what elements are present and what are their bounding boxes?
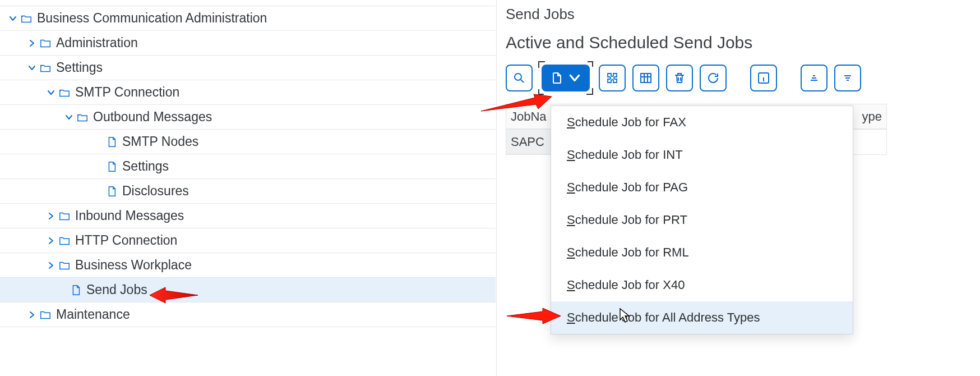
tree-item-label: Settings bbox=[122, 159, 169, 174]
table-header-type[interactable]: ype bbox=[853, 109, 886, 124]
tree-item[interactable]: Inbound Messages bbox=[0, 204, 496, 228]
folder-icon bbox=[57, 259, 72, 272]
folder-open-icon bbox=[75, 111, 90, 123]
tree-item[interactable]: Administration bbox=[0, 31, 496, 56]
chevron-down-icon[interactable] bbox=[26, 63, 38, 72]
delete-button[interactable] bbox=[666, 65, 693, 91]
tree-item-label: HTTP Connection bbox=[75, 233, 177, 248]
sort-asc-button[interactable] bbox=[801, 65, 828, 91]
tree-item-label: Business Workplace bbox=[75, 258, 192, 273]
navigation-tree: Business Communication Administration Ad… bbox=[0, 6, 496, 327]
create-button[interactable] bbox=[542, 65, 590, 91]
tree-item-label: Inbound Messages bbox=[75, 208, 184, 223]
document-icon bbox=[104, 185, 119, 198]
dropdown-item[interactable]: Schedule Job for RML bbox=[551, 236, 853, 269]
table-cell-jobname[interactable]: SAPC bbox=[506, 130, 557, 154]
folder-open-icon bbox=[19, 12, 34, 25]
dropdown-item[interactable]: Schedule Job for X40 bbox=[551, 269, 853, 301]
chevron-right-icon[interactable] bbox=[26, 39, 38, 48]
folder-icon bbox=[38, 309, 53, 321]
chevron-right-icon[interactable] bbox=[45, 261, 57, 270]
sort-desc-button[interactable] bbox=[834, 65, 861, 91]
tree-item[interactable]: Settings bbox=[0, 154, 496, 179]
tree-item[interactable]: Maintenance bbox=[0, 302, 496, 327]
page-title: Send Jobs bbox=[502, 0, 980, 33]
tree-item[interactable]: Send Jobs bbox=[0, 278, 496, 302]
puzzle-button[interactable] bbox=[599, 65, 626, 91]
tree-item-label: Maintenance bbox=[56, 307, 130, 322]
section-title: Active and Scheduled Send Jobs bbox=[502, 33, 980, 62]
chevron-right-icon[interactable] bbox=[26, 310, 38, 319]
folder-icon bbox=[57, 235, 72, 247]
tree-item-label: Administration bbox=[56, 35, 138, 51]
tree-item-label: SMTP Nodes bbox=[122, 134, 198, 149]
content-panel: Send Jobs Active and Scheduled Send Jobs bbox=[496, 0, 980, 376]
svg-rect-1 bbox=[641, 74, 651, 82]
dropdown-item[interactable]: Schedule Job for FAX bbox=[551, 106, 853, 139]
tree-item[interactable]: SMTP Connection bbox=[0, 80, 496, 105]
svg-point-0 bbox=[515, 74, 521, 80]
document-icon bbox=[104, 136, 119, 148]
navigation-tree-panel: Business Communication Administration Ad… bbox=[0, 0, 496, 376]
tree-toolbar bbox=[0, 0, 496, 6]
dropdown-item[interactable]: Schedule Job for All Address Types bbox=[551, 301, 853, 334]
tree-item[interactable]: Disclosures bbox=[0, 179, 496, 204]
folder-open-icon bbox=[57, 86, 72, 99]
table-header-jobname[interactable]: JobNa bbox=[506, 109, 557, 124]
details-button[interactable] bbox=[506, 65, 533, 91]
chevron-right-icon[interactable] bbox=[45, 212, 57, 221]
tree-item-label: Settings bbox=[56, 60, 103, 75]
tree-item-label: Business Communication Administration bbox=[37, 11, 267, 26]
tree-item[interactable]: Outbound Messages bbox=[0, 105, 496, 130]
columns-button[interactable] bbox=[632, 65, 659, 91]
toolbar bbox=[502, 62, 980, 94]
dropdown-item[interactable]: Schedule Job for PRT bbox=[551, 204, 853, 236]
tree-item[interactable]: Settings bbox=[0, 56, 496, 80]
dropdown-item[interactable]: Schedule Job for PAG bbox=[551, 171, 853, 204]
tree-item-root[interactable]: Business Communication Administration bbox=[0, 6, 496, 31]
dropdown-item[interactable]: Schedule Job for INT bbox=[551, 139, 853, 171]
create-dropdown-menu: Schedule Job for FAXSchedule Job for INT… bbox=[551, 106, 853, 334]
tree-item[interactable]: SMTP Nodes bbox=[0, 130, 496, 154]
refresh-button[interactable] bbox=[700, 65, 727, 91]
tree-item[interactable]: HTTP Connection bbox=[0, 228, 496, 253]
chevron-down-icon[interactable] bbox=[7, 14, 19, 23]
document-icon bbox=[104, 161, 119, 173]
chevron-down-icon[interactable] bbox=[63, 113, 75, 122]
folder-open-icon bbox=[38, 62, 53, 74]
tree-item-label: SMTP Connection bbox=[75, 85, 179, 100]
document-icon bbox=[68, 284, 83, 296]
chevron-down-icon[interactable] bbox=[45, 88, 57, 97]
tree-item-label: Send Jobs bbox=[86, 282, 147, 297]
chevron-right-icon[interactable] bbox=[45, 236, 57, 245]
folder-icon bbox=[57, 210, 72, 222]
create-button-selected-wrap bbox=[539, 62, 592, 94]
chevron-down-icon bbox=[568, 71, 581, 85]
folder-icon bbox=[38, 37, 53, 49]
tree-item[interactable]: Business Workplace bbox=[0, 253, 496, 278]
tree-item-label: Outbound Messages bbox=[93, 109, 212, 125]
tree-item-label: Disclosures bbox=[122, 184, 189, 199]
info-button[interactable] bbox=[750, 65, 777, 91]
